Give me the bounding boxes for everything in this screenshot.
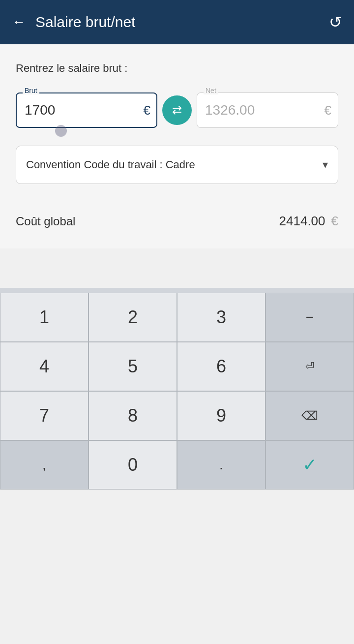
convention-text: Convention Code du travail : Cadre xyxy=(26,158,323,171)
key-9[interactable]: 9 xyxy=(177,391,266,440)
keyboard-row-1: 1 2 3 − xyxy=(0,293,354,342)
brut-label: Brut xyxy=(23,87,39,94)
key-comma[interactable]: , xyxy=(0,440,88,490)
reset-button[interactable]: ↺ xyxy=(329,13,342,31)
brut-input[interactable] xyxy=(16,92,157,128)
cout-value-group: 2414.00 € xyxy=(279,214,338,229)
cout-global-row: Coût global 2414.00 € xyxy=(16,204,338,239)
keyboard-row-4: , 0 . ✓ xyxy=(0,440,354,490)
brut-euro-icon: € xyxy=(144,103,150,118)
numeric-keyboard: 1 2 3 − 4 5 6 ⏎ 7 8 9 ⌫ , 0 . ✓ xyxy=(0,288,354,490)
net-input-group: Net € xyxy=(197,92,338,128)
chevron-down-icon: ▾ xyxy=(323,158,328,171)
main-content: Rentrez le salaire brut : Brut € ⇄ Net €… xyxy=(0,44,354,248)
key-7[interactable]: 7 xyxy=(0,391,88,440)
cout-euro-icon: € xyxy=(331,214,338,229)
salary-input-row: Brut € ⇄ Net € xyxy=(16,92,338,128)
key-2[interactable]: 2 xyxy=(88,293,177,342)
key-6[interactable]: 6 xyxy=(177,342,266,391)
convention-dropdown[interactable]: Convention Code du travail : Cadre ▾ xyxy=(16,146,338,184)
keyboard-row-2: 4 5 6 ⏎ xyxy=(0,342,354,391)
key-confirm[interactable]: ✓ xyxy=(266,440,354,490)
net-euro-icon: € xyxy=(324,103,331,118)
cursor-indicator xyxy=(55,125,67,137)
back-button[interactable]: ← xyxy=(12,14,26,30)
key-0[interactable]: 0 xyxy=(88,440,177,490)
key-backspace[interactable]: ⌫ xyxy=(266,391,354,440)
key-minus[interactable]: − xyxy=(266,293,354,342)
key-8[interactable]: 8 xyxy=(88,391,177,440)
cout-global-value: 2414.00 xyxy=(279,214,325,229)
key-3[interactable]: 3 xyxy=(177,293,266,342)
keyboard-row-3: 7 8 9 ⌫ xyxy=(0,391,354,440)
net-input[interactable] xyxy=(197,92,338,128)
key-1[interactable]: 1 xyxy=(0,293,88,342)
page-title: Salaire brut/net xyxy=(35,14,329,31)
instruction-text: Rentrez le salaire brut : xyxy=(16,62,338,75)
swap-icon: ⇄ xyxy=(172,103,182,117)
key-enter[interactable]: ⏎ xyxy=(266,342,354,391)
brut-input-group: Brut € xyxy=(16,92,157,128)
cout-global-label: Coût global xyxy=(16,215,75,228)
key-5[interactable]: 5 xyxy=(88,342,177,391)
net-label: Net xyxy=(204,87,218,94)
app-header: ← Salaire brut/net ↺ xyxy=(0,0,354,44)
key-4[interactable]: 4 xyxy=(0,342,88,391)
swap-button[interactable]: ⇄ xyxy=(162,95,192,125)
key-dot[interactable]: . xyxy=(177,440,266,490)
